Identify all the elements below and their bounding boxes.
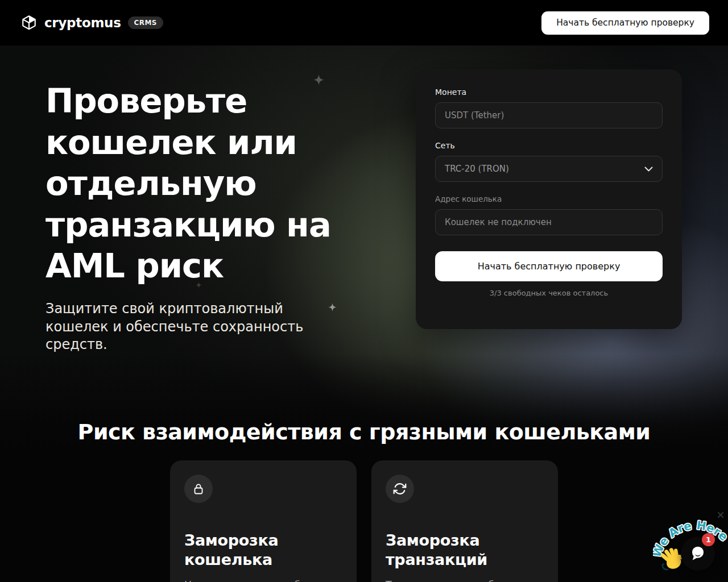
risk-card-title: Заморозка транзакций	[386, 531, 544, 569]
risk-card-title: Заморозка кошелька	[184, 531, 342, 569]
risk-card-text: На криптовалютных биржах	[184, 578, 342, 582]
page: cryptomus CRMS Начать бесплатную проверк…	[0, 0, 728, 582]
icon-circle	[386, 475, 414, 503]
network-select-value: TRC-20 (TRON)	[445, 164, 509, 174]
risk-cards: Заморозка кошелька На криптовалютных бир…	[170, 460, 558, 582]
free-checks-left-text: 3/3 свободных чеков осталось	[435, 289, 663, 297]
cryptomus-logo-icon	[20, 14, 38, 31]
lock-icon	[191, 481, 206, 496]
crms-badge: CRMS	[128, 16, 163, 29]
hero-subtitle: Защитите свой криптовалютный кошелек и о…	[46, 300, 364, 354]
wallet-address-label: Адрес кошелька	[435, 194, 663, 203]
chevron-down-icon	[644, 167, 653, 172]
network-label: Сеть	[435, 141, 663, 150]
brand[interactable]: cryptomus CRMS	[20, 14, 163, 31]
chat-widget: We Are Here!	[653, 508, 728, 582]
risk-card-transaction-freeze: Заморозка транзакций Транзакция может бы…	[371, 460, 558, 582]
risks-section-title: Риск взаимодействия с грязными кошелькам…	[0, 419, 728, 444]
hero-title: Проверьте кошелек или отдельную транзакц…	[46, 81, 398, 287]
brand-name: cryptomus	[44, 15, 121, 30]
risk-card-wallet-freeze: Заморозка кошелька На криптовалютных бир…	[170, 460, 357, 582]
wallet-address-input[interactable]	[435, 209, 663, 235]
coin-label: Монета	[435, 88, 663, 97]
network-select[interactable]: TRC-20 (TRON)	[435, 156, 663, 182]
aml-check-form-card: Монета Сеть TRC-20 (TRON) Адрес кошелька…	[416, 69, 682, 329]
coin-input[interactable]	[435, 102, 663, 128]
icon-circle	[184, 475, 213, 503]
chat-bubble-icon	[688, 544, 708, 563]
hero-section: Проверьте кошелек или отдельную транзакц…	[0, 45, 728, 450]
refresh-icon	[392, 481, 407, 496]
chat-close-icon[interactable]	[717, 511, 725, 519]
chat-notification-badge: 1	[702, 533, 715, 546]
risk-card-text: Транзакция может быть	[386, 578, 544, 582]
header: cryptomus CRMS Начать бесплатную проверк…	[0, 0, 728, 45]
start-check-button[interactable]: Начать бесплатную проверку	[435, 251, 663, 281]
header-cta-button[interactable]: Начать бесплатную проверку	[541, 11, 709, 35]
